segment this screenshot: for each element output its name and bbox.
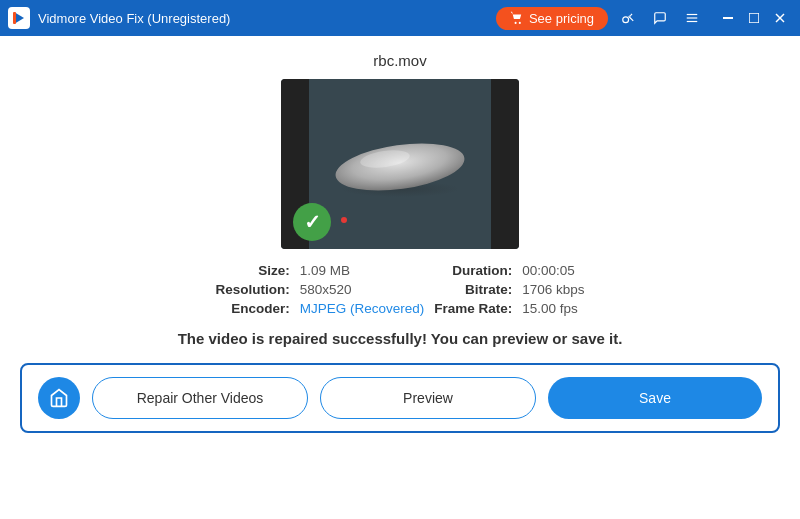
actions-area: Repair Other Videos Preview Save — [20, 363, 780, 433]
resolution-value: 580x520 — [300, 282, 425, 297]
save-button[interactable]: Save — [548, 377, 762, 419]
chat-icon — [653, 11, 667, 25]
bottom-row: Repair Other Videos Preview Save — [38, 377, 762, 419]
menu-icon — [685, 11, 699, 25]
svg-point-3 — [519, 22, 521, 24]
video-thumbnail-blob — [320, 129, 480, 199]
svg-point-2 — [515, 22, 517, 24]
cart-icon — [510, 11, 524, 25]
size-label: Size: — [215, 263, 289, 278]
duration-label: Duration: — [434, 263, 512, 278]
action-buttons: Repair Other Videos Preview Save — [92, 377, 762, 419]
repair-other-button[interactable]: Repair Other Videos — [92, 377, 308, 419]
bitrate-value: 1706 kbps — [522, 282, 584, 297]
checkmark-icon: ✓ — [304, 212, 321, 232]
success-message: The video is repaired successfully! You … — [178, 330, 623, 347]
key-icon — [621, 11, 635, 25]
minimize-button[interactable] — [716, 6, 740, 30]
cursor-indicator — [341, 217, 347, 223]
preview-button[interactable]: Preview — [320, 377, 536, 419]
home-icon — [49, 388, 69, 408]
maximize-icon — [749, 13, 759, 23]
svg-point-4 — [623, 17, 629, 23]
svg-rect-1 — [13, 12, 16, 24]
close-button[interactable] — [768, 6, 792, 30]
window-controls — [716, 6, 792, 30]
svg-rect-8 — [723, 17, 733, 19]
encoder-label: Encoder: — [215, 301, 289, 316]
maximize-button[interactable] — [742, 6, 766, 30]
chat-button[interactable] — [648, 6, 672, 30]
titlebar: Vidmore Video Fix (Unregistered) See pri… — [0, 0, 800, 36]
close-icon — [775, 13, 785, 23]
bitrate-label: Bitrate: — [434, 282, 512, 297]
video-filename: rbc.mov — [373, 52, 426, 69]
titlebar-left: Vidmore Video Fix (Unregistered) — [8, 7, 230, 29]
resolution-label: Resolution: — [215, 282, 289, 297]
video-preview: ✓ — [281, 79, 519, 249]
svg-rect-9 — [749, 13, 759, 23]
home-button[interactable] — [38, 377, 80, 419]
success-badge: ✓ — [293, 203, 331, 241]
main-content: rbc.mov — [0, 36, 800, 519]
encoder-value: MJPEG (Recovered) — [300, 301, 425, 316]
size-value: 1.09 MB — [300, 263, 425, 278]
key-button[interactable] — [616, 6, 640, 30]
app-title: Vidmore Video Fix (Unregistered) — [38, 11, 230, 26]
pricing-button[interactable]: See pricing — [496, 7, 608, 30]
titlebar-center: See pricing — [230, 6, 716, 30]
minimize-icon — [723, 17, 733, 19]
app-logo — [8, 7, 30, 29]
framerate-value: 15.00 fps — [522, 301, 584, 316]
pricing-label: See pricing — [529, 11, 594, 26]
menu-button[interactable] — [680, 6, 704, 30]
duration-value: 00:00:05 — [522, 263, 584, 278]
video-info-table: Size: 1.09 MB Duration: 00:00:05 Resolut… — [215, 263, 584, 316]
framerate-label: Frame Rate: — [434, 301, 512, 316]
